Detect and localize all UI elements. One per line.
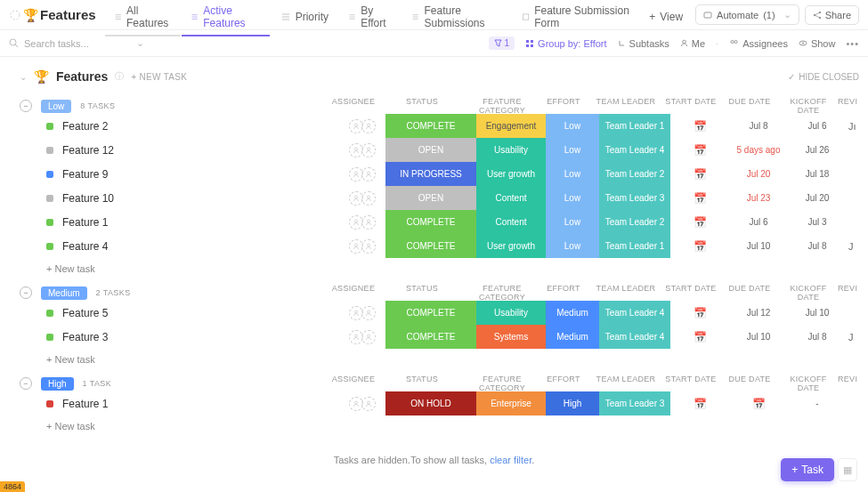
new-task-row[interactable]: + New task xyxy=(0,415,868,435)
review-cell[interactable]: J xyxy=(847,325,868,349)
status-cell[interactable]: OPEN xyxy=(385,186,476,210)
status-square[interactable] xyxy=(46,195,53,202)
kickoff-date-cell[interactable]: Jul 6 xyxy=(788,114,847,138)
due-date-cell[interactable]: Jul 12 xyxy=(729,301,788,325)
status-cell[interactable]: COMPLETE xyxy=(385,234,476,258)
leader-cell[interactable]: Team Leader 4 xyxy=(599,301,670,325)
avatar-placeholder[interactable] xyxy=(361,330,376,344)
col-assignee[interactable]: ASSIGNEE xyxy=(330,375,377,392)
start-date-cell[interactable]: 📅 xyxy=(670,301,729,325)
show-button[interactable]: Show xyxy=(799,38,836,49)
col-status[interactable]: STATUS xyxy=(377,375,467,392)
col-leader[interactable]: TEAM LEADER xyxy=(590,284,661,302)
status-square[interactable] xyxy=(46,334,53,341)
status-cell[interactable]: COMPLETE xyxy=(385,210,476,234)
more-icon[interactable]: ••• xyxy=(846,38,859,49)
col-review[interactable]: REVI xyxy=(838,284,859,302)
effort-cell[interactable]: Low xyxy=(546,210,599,234)
kickoff-date-cell[interactable]: - xyxy=(788,391,847,415)
avatar-placeholder[interactable] xyxy=(361,215,376,230)
due-date[interactable]: Jul 20 xyxy=(747,169,771,179)
task-row[interactable]: Feature 3 COMPLETE Systems Medium Team L… xyxy=(0,325,868,349)
review-cell[interactable] xyxy=(847,301,868,325)
effort-cell[interactable]: Low xyxy=(546,186,599,210)
due-date-cell[interactable]: 📅 xyxy=(729,391,788,415)
effort-cell[interactable]: Medium xyxy=(546,301,599,325)
task-row[interactable]: Feature 10 OPEN Content Low Team Leader … xyxy=(0,186,868,210)
kickoff-date-cell[interactable]: Jul 26 xyxy=(788,138,847,162)
col-start[interactable]: START DATE xyxy=(661,375,720,392)
assignee-cell[interactable] xyxy=(339,234,385,258)
add-view-button[interactable]: + View xyxy=(640,5,692,30)
leader-cell[interactable]: Team Leader 3 xyxy=(599,391,670,415)
due-date[interactable]: Jul 23 xyxy=(747,193,771,203)
task-name[interactable]: Feature 1 xyxy=(62,216,108,229)
kickoff-date-cell[interactable]: Jul 8 xyxy=(788,325,847,349)
effort-cell[interactable]: Low xyxy=(546,138,599,162)
start-date-cell[interactable]: 📅 xyxy=(670,138,729,162)
category-cell[interactable]: Engagement xyxy=(476,114,546,138)
task-row[interactable]: Feature 12 OPEN Usability Low Team Leade… xyxy=(0,138,868,162)
tab-submission-form[interactable]: Feature Submission Form xyxy=(513,0,638,36)
task-name[interactable]: Feature 4 xyxy=(62,240,108,253)
automate-button[interactable]: Automate (1) ⌄ xyxy=(695,4,799,25)
due-date-cell[interactable]: Jul 6 xyxy=(729,210,788,234)
status-cell[interactable]: COMPLETE xyxy=(385,325,476,349)
col-category[interactable]: FEATURE CATEGORY xyxy=(467,375,537,392)
status-square[interactable] xyxy=(46,123,53,130)
leader-cell[interactable]: Team Leader 2 xyxy=(599,162,670,186)
due-date[interactable]: Jul 10 xyxy=(747,332,771,342)
due-date[interactable]: 5 days ago xyxy=(737,145,781,155)
col-status[interactable]: STATUS xyxy=(377,284,467,302)
app-menu-icon[interactable] xyxy=(9,7,21,23)
group-pill[interactable]: Low xyxy=(41,100,71,113)
subtasks-button[interactable]: Subtasks xyxy=(618,38,669,49)
review-cell[interactable] xyxy=(847,210,868,234)
due-date[interactable]: Jul 12 xyxy=(747,308,771,318)
task-row[interactable]: Feature 2 COMPLETE Engagement Low Team L… xyxy=(0,114,868,138)
new-task-link[interactable]: + NEW TASK xyxy=(131,72,187,82)
status-cell[interactable]: COMPLETE xyxy=(385,301,476,325)
task-button-menu[interactable]: ▦ xyxy=(838,458,857,481)
collapse-icon[interactable]: − xyxy=(20,286,32,299)
filter-count[interactable]: 1 xyxy=(489,36,515,50)
col-review[interactable]: REVI xyxy=(838,375,859,392)
effort-cell[interactable]: Medium xyxy=(546,325,599,349)
due-date-cell[interactable]: Jul 10 xyxy=(729,234,788,258)
leader-cell[interactable]: Team Leader 1 xyxy=(599,114,670,138)
tab-active-features[interactable]: Active Features xyxy=(182,0,270,36)
avatar-placeholder[interactable] xyxy=(361,167,376,181)
effort-cell[interactable]: Low xyxy=(546,114,599,138)
review-cell[interactable]: Jı xyxy=(847,114,868,138)
kickoff-date-cell[interactable]: Jul 10 xyxy=(788,301,847,325)
review-cell[interactable] xyxy=(847,162,868,186)
avatar-placeholder[interactable] xyxy=(361,143,376,157)
group-pill[interactable]: Medium xyxy=(41,286,87,300)
new-task-row[interactable]: + New task xyxy=(0,349,868,368)
col-start[interactable]: START DATE xyxy=(661,97,720,115)
collapse-icon[interactable]: − xyxy=(20,377,32,390)
assignees-button[interactable]: Assignees xyxy=(729,38,788,49)
task-name[interactable]: Feature 9 xyxy=(62,168,108,181)
category-cell[interactable]: Content xyxy=(476,210,546,234)
col-category[interactable]: FEATURE CATEGORY xyxy=(467,284,537,302)
category-cell[interactable]: Systems xyxy=(476,325,546,349)
due-date[interactable]: Jul 8 xyxy=(749,121,767,131)
category-cell[interactable]: Usability xyxy=(476,138,546,162)
assignee-cell[interactable] xyxy=(339,162,385,186)
col-due[interactable]: DUE DATE xyxy=(720,375,779,392)
status-cell[interactable]: ON HOLD xyxy=(385,391,476,415)
avatar-placeholder[interactable] xyxy=(361,191,376,206)
effort-cell[interactable]: High xyxy=(546,391,599,415)
col-category[interactable]: FEATURE CATEGORY xyxy=(467,97,537,115)
task-name[interactable]: Feature 5 xyxy=(62,307,108,319)
search-input[interactable] xyxy=(24,38,104,49)
tab-all-features[interactable]: All Features xyxy=(105,0,180,36)
status-square[interactable] xyxy=(46,400,53,407)
col-kickoff[interactable]: KICKOFF DATE xyxy=(779,284,838,302)
task-name[interactable]: Feature 12 xyxy=(62,144,114,157)
assignee-cell[interactable] xyxy=(339,186,385,210)
avatar-placeholder[interactable] xyxy=(361,119,376,133)
col-status[interactable]: STATUS xyxy=(377,97,467,115)
assignee-cell[interactable] xyxy=(339,210,385,234)
